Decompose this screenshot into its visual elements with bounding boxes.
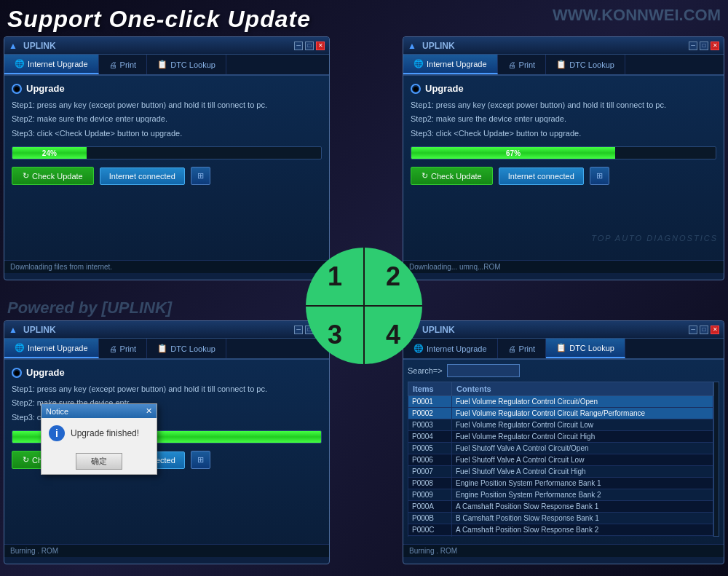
upgrade-radio-1: ● bbox=[12, 84, 22, 94]
restore-btn-4[interactable]: □ bbox=[700, 326, 708, 334]
close-btn-2[interactable]: ✕ bbox=[711, 42, 719, 50]
refresh-icon-3: ↻ bbox=[23, 455, 29, 465]
titlebar-text-3: UPLINK bbox=[23, 325, 294, 335]
table-row[interactable]: P0005Fuel Shutoff Valve A Control Circui… bbox=[408, 443, 713, 454]
quadrant-3: 3 bbox=[306, 306, 364, 364]
status-bar-1: Downloading files from internet. bbox=[4, 260, 329, 273]
uplink-icon-3: ▲ bbox=[9, 325, 19, 335]
tab-print-4[interactable]: 🖨 Print bbox=[498, 339, 547, 358]
table-row[interactable]: P0003Fuel Volume Regulator Control Circu… bbox=[408, 419, 713, 431]
search-input[interactable] bbox=[447, 364, 520, 377]
minimize-btn-3[interactable]: ─ bbox=[294, 326, 303, 334]
powered-by-label: Powered by [UPLINK] bbox=[7, 299, 172, 317]
progress-label-1: 24% bbox=[42, 149, 57, 157]
globe-icon-3: 🌐 bbox=[15, 343, 25, 352]
titlebar-text-1: UPLINK bbox=[23, 41, 294, 51]
website-label: WWW.KONNWEI.COM bbox=[553, 6, 721, 25]
minimize-btn-2[interactable]: ─ bbox=[689, 42, 697, 50]
globe-icon-2: 🌐 bbox=[414, 59, 424, 68]
close-btn-1[interactable]: ✕ bbox=[316, 42, 325, 50]
tab-print-1[interactable]: 🖨 Print bbox=[99, 55, 148, 74]
tab-internet-upgrade-3[interactable]: 🌐 Internet Upgrade bbox=[4, 339, 99, 358]
notice-close-icon[interactable]: ✕ bbox=[146, 406, 152, 416]
page-title: Support One-click Update bbox=[7, 6, 311, 33]
table-row[interactable]: P0004Fuel Volume Regulator Control Circu… bbox=[408, 431, 713, 443]
progress-bar-1: 24% bbox=[12, 147, 87, 159]
tab-dtc-4[interactable]: 📋 DTC Lookup bbox=[546, 339, 625, 358]
icon-btn-1[interactable]: ⊞ bbox=[191, 167, 210, 185]
notice-dialog: Notice ✕ i Upgrade finished! 确定 bbox=[41, 403, 157, 475]
titlebar-4: ▲ UPLINK ─ □ ✕ bbox=[403, 321, 724, 339]
progress-bar-2: 67% bbox=[411, 147, 615, 159]
step1-text-3: Step1: press any key (except power butto… bbox=[12, 384, 322, 395]
notice-titlebar: Notice ✕ bbox=[41, 404, 157, 418]
upgrade-radio-3: ● bbox=[12, 368, 22, 378]
col-contents: Contents bbox=[452, 382, 713, 396]
check-update-btn-1[interactable]: ↻ Check Update bbox=[12, 167, 94, 185]
table-row[interactable]: P000BB Camshaft Position Slow Response B… bbox=[408, 513, 713, 524]
tab-dtc-1[interactable]: 📋 DTC Lookup bbox=[147, 55, 226, 74]
icon-btn-2[interactable]: ⊞ bbox=[590, 167, 609, 185]
scrollbar[interactable] bbox=[713, 382, 719, 537]
step1-text-1: Step1: press any key (except power butto… bbox=[12, 100, 322, 111]
uplink-window-1: ▲ UPLINK ─ □ ✕ 🌐 Internet Upgrade 🖨 Prin… bbox=[4, 36, 330, 280]
status-bar-4: Burning . ROM bbox=[403, 544, 724, 557]
refresh-icon-2: ↻ bbox=[422, 171, 428, 181]
quadrant-circle: 1 2 3 4 bbox=[306, 248, 422, 364]
close-btn-4[interactable]: ✕ bbox=[711, 326, 719, 334]
tab-print-2[interactable]: 🖨 Print bbox=[498, 55, 547, 74]
minimize-btn-1[interactable]: ─ bbox=[294, 42, 303, 50]
table-row[interactable]: P0008Engine Position System Performance … bbox=[408, 478, 713, 489]
titlebar-2: ▲ UPLINK ─ □ ✕ bbox=[403, 37, 724, 55]
quadrant-1: 1 bbox=[306, 248, 364, 306]
status-bar-3: Burning . ROM bbox=[4, 544, 329, 557]
quadrant-2: 2 bbox=[364, 248, 422, 306]
check-update-btn-2[interactable]: ↻ Check Update bbox=[411, 167, 493, 185]
uplink-window-3: ▲ UPLINK ─ □ ✕ 🌐 Internet Upgrade 🖨 Prin… bbox=[4, 320, 330, 564]
internet-connected-btn-2[interactable]: Internet connected bbox=[499, 167, 584, 185]
print-icon-2: 🖨 bbox=[508, 60, 516, 69]
table-row[interactable]: P0009Engine Position System Performance … bbox=[408, 489, 713, 501]
table-row[interactable]: P0002Fuel Volume Regulator Control Circu… bbox=[408, 408, 713, 419]
dtc-table-header: Items Contents bbox=[408, 382, 713, 396]
watermark-2: Top Auto Diagnostics bbox=[591, 234, 718, 242]
table-row[interactable]: P000CA Camshaft Position Slow Response B… bbox=[408, 524, 713, 536]
titlebar-3: ▲ UPLINK ─ □ ✕ bbox=[4, 321, 329, 339]
dtc-icon-4: 📋 bbox=[556, 343, 566, 352]
upgrade-title-1: Upgrade bbox=[26, 83, 65, 94]
tab-internet-upgrade-1[interactable]: 🌐 Internet Upgrade bbox=[4, 55, 99, 74]
step2-text-1: Step2: make sure the device enter upqrad… bbox=[12, 114, 322, 125]
icon-btn-3[interactable]: ⊞ bbox=[191, 451, 210, 469]
status-bar-2: Downloading... umnq...ROM bbox=[403, 260, 724, 273]
dtc-icon-1: 📋 bbox=[157, 60, 167, 69]
uplink-icon-2: ▲ bbox=[408, 41, 418, 51]
table-row[interactable]: P0007Fuel Shutoff Valve A Control Circui… bbox=[408, 466, 713, 478]
notice-message: Upgrade finished! bbox=[71, 428, 139, 438]
print-icon-3: 🖨 bbox=[109, 344, 117, 353]
uplink-window-2: ▲ UPLINK ─ □ ✕ 🌐 Internet Upgrade 🖨 Prin… bbox=[403, 36, 724, 280]
notice-ok-button[interactable]: 确定 bbox=[76, 453, 122, 470]
tab-print-3[interactable]: 🖨 Print bbox=[99, 339, 148, 358]
search-label: Search=> bbox=[408, 366, 443, 375]
upgrade-radio-2: ● bbox=[411, 84, 421, 94]
globe-icon-1: 🌐 bbox=[15, 59, 25, 68]
upgrade-title-2: Upgrade bbox=[425, 83, 464, 94]
dtc-icon-2: 📋 bbox=[556, 60, 566, 69]
tab-dtc-3[interactable]: 📋 DTC Lookup bbox=[147, 339, 226, 358]
table-row[interactable]: P000AA Camshaft Position Slow Response B… bbox=[408, 501, 713, 513]
step1-text-2: Step1: press any key (except power butto… bbox=[411, 100, 716, 111]
titlebar-text-2: UPLINK bbox=[422, 41, 689, 51]
table-row[interactable]: P0006Fuel Shutoff Valve A Control Circui… bbox=[408, 454, 713, 466]
table-row[interactable]: P000DB Camshaft Position Slow Response B… bbox=[408, 536, 713, 537]
table-row[interactable]: P0001Fuel Volume Regulator Control Circu… bbox=[408, 396, 713, 408]
refresh-icon-1: ↻ bbox=[23, 171, 29, 181]
restore-btn-2[interactable]: □ bbox=[700, 42, 708, 50]
restore-btn-1[interactable]: □ bbox=[305, 42, 314, 50]
internet-connected-btn-1[interactable]: Internet connected bbox=[100, 167, 185, 185]
dtc-icon-3: 📋 bbox=[157, 344, 167, 353]
tab-internet-upgrade-2[interactable]: 🌐 Internet Upgrade bbox=[403, 55, 498, 74]
minimize-btn-4[interactable]: ─ bbox=[689, 326, 697, 334]
uplink-window-4: ▲ UPLINK ─ □ ✕ 🌐 Internet Upgrade 🖨 Prin… bbox=[403, 320, 724, 564]
upgrade-title-3: Upgrade bbox=[26, 367, 65, 378]
tab-dtc-2[interactable]: 📋 DTC Lookup bbox=[546, 55, 625, 74]
